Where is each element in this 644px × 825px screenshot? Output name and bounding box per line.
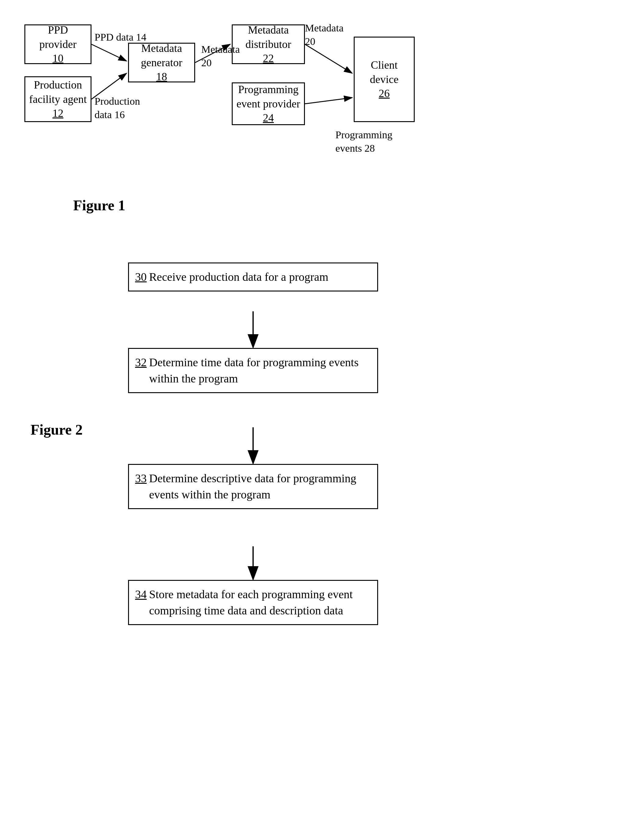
production-facility-box: Production facility agent 12 [25, 76, 91, 122]
svg-line-5 [305, 98, 352, 104]
production-facility-line2: facility agent [29, 92, 87, 107]
client-device-line2: device [370, 72, 399, 87]
svg-line-4 [305, 44, 352, 73]
box30-text: Receive production data for a program [149, 269, 328, 285]
ppd-provider-num: 10 [52, 51, 63, 66]
flowbox-34: 34 Store metadata for each programming e… [128, 580, 378, 625]
figure1-label: Figure 1 [73, 197, 125, 214]
client-device-num: 26 [379, 87, 390, 101]
programming-events-label: Programmingevents 28 [336, 128, 393, 155]
metadata-distributor-num: 22 [263, 51, 274, 66]
programming-event-provider-box: Programming event provider 24 [232, 82, 305, 125]
client-device-line1: Client [371, 58, 397, 72]
metadata-generator-num: 18 [156, 70, 167, 84]
flowbox-32: 32 Determine time data for programming e… [128, 348, 378, 393]
figure1: PPD provider 10 Production facility agen… [12, 12, 634, 220]
metadata-label-right: Metadata20 [305, 22, 344, 48]
metadata-distributor-line2: distributor [245, 37, 291, 52]
box33-num: 33 [135, 470, 147, 487]
box30-num: 30 [135, 269, 147, 285]
metadata-generator-box: Metadata generator 18 [128, 43, 195, 82]
box34-num: 34 [135, 586, 147, 603]
pep-line2: event provider [237, 97, 300, 111]
figure2-arrows [12, 244, 634, 815]
production-data-label: Productiondata 16 [94, 94, 140, 122]
ppd-data-label: PPD data 14 [94, 31, 146, 44]
figure2: 30 Receive production data for a program… [12, 244, 634, 815]
client-device-box: Client device 26 [354, 37, 415, 122]
pep-num: 24 [263, 111, 274, 125]
production-facility-num: 12 [52, 106, 63, 121]
box32-text: Determine time data for programming even… [149, 354, 371, 387]
box33-text: Determine descriptive data for programmi… [149, 470, 371, 503]
ppd-provider-label: PPD provider [28, 23, 88, 52]
svg-line-1 [91, 44, 126, 61]
metadata-distributor-line1: Metadata [248, 23, 289, 37]
pep-line1: Programming [238, 82, 299, 97]
metadata-distributor-box: Metadata distributor 22 [232, 25, 305, 64]
metadata-generator-line2: generator [141, 56, 182, 70]
ppd-provider-box: PPD provider 10 [25, 25, 91, 64]
box34-text: Store metadata for each programming even… [149, 586, 371, 619]
metadata-label-left: Metadata20 [201, 43, 240, 70]
figure2-label: Figure 2 [31, 421, 83, 438]
flowbox-33: 33 Determine descriptive data for progra… [128, 464, 378, 509]
box32-num: 32 [135, 354, 147, 371]
production-facility-line1: Production [34, 78, 82, 92]
metadata-generator-line1: Metadata [141, 41, 182, 56]
flowbox-30: 30 Receive production data for a program [128, 263, 378, 292]
